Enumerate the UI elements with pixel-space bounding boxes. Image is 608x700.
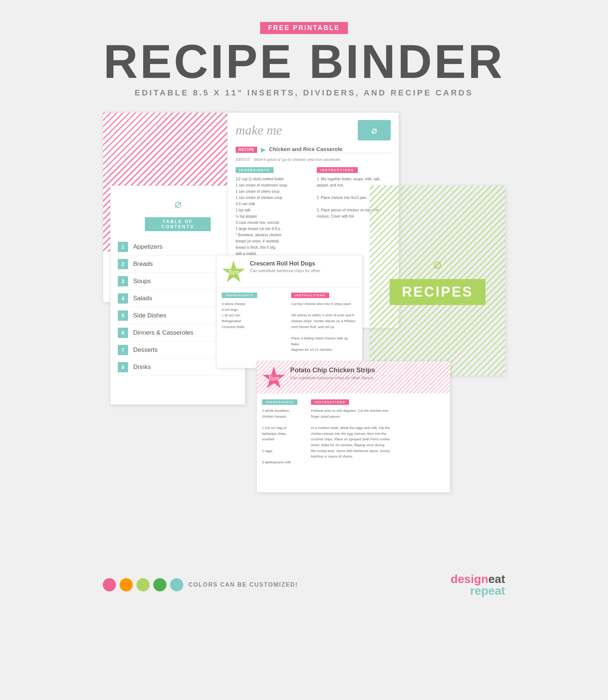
recipe-about-row: ABOUT Mom's good ol' go-to chicken and r…: [236, 156, 391, 162]
instructions-header: INSTRUCTIONS: [317, 167, 358, 173]
recipe-card-potato: Yum Potato Chip Chicken Strips Can subst…: [256, 361, 450, 493]
toc-num-8: 8: [118, 362, 128, 372]
brand-line2: repeat: [451, 585, 505, 596]
toc-num-3: 3: [118, 276, 128, 286]
color-circle-teal: [170, 578, 183, 591]
ingredients-col: INGREDIENTS 1/2 cup (1 stick) melted but…: [236, 166, 309, 257]
crescent-instructions-header: INSTRUCTIONS: [291, 293, 329, 298]
potato-title: Potato Chip Chicken Strips: [290, 366, 375, 374]
toc-num-5: 5: [118, 311, 128, 321]
crescent-ingredients-col: INGREDIENTS 4 slices cheese 8 hot dogs 1…: [222, 291, 288, 353]
potato-title-area: Potato Chip Chicken Strips Can substitut…: [290, 366, 375, 380]
green-stripes: ⌀ RECIPES: [370, 185, 505, 376]
toc-num-7: 7: [118, 345, 128, 355]
cards-container: LET'S MAKE Dinners & Casseroles ⌀ —— ⌀ T…: [103, 112, 505, 551]
whisk-icon-white: ⌀: [371, 125, 377, 136]
crescent-title: Crescent Roll Hot Dogs: [250, 260, 321, 267]
toc-label-4: Salads: [133, 295, 152, 302]
brand-logo: designeat repeat: [451, 573, 505, 596]
potato-header: Yum Potato Chip Chicken Strips Can subst…: [257, 361, 450, 394]
crescent-header: Yum Crescent Roll Hot Dogs Can substitut…: [217, 255, 362, 287]
toc-label-7: Desserts: [133, 346, 158, 354]
recipe-about-text: Mom's good ol' go-to chicken and rice ca…: [254, 157, 341, 162]
crescent-ingredients: 4 slices cheese 8 hot dogs 1 (8 oz) can …: [222, 301, 288, 330]
potato-instructions-col: INSTRUCTIONS Preheat oven to 400 degrees…: [311, 398, 445, 465]
recipe-row: RECIPE ▶ Chicken and Rice Casserole: [236, 146, 391, 154]
crescent-sub: Can substitute barbecue chips for other.: [250, 268, 321, 273]
main-title: RECIPE BINDER: [104, 38, 504, 85]
potato-body: INGREDIENTS 2 whole boneless, chicken br…: [257, 394, 450, 470]
ingredients-header: INGREDIENTS: [236, 167, 274, 173]
crescent-instructions: Cut four cheese slice into 6 strips each…: [291, 301, 357, 353]
brand-design: design: [451, 572, 488, 586]
potato-ingredients-header: INGREDIENTS: [262, 399, 297, 405]
recipe-two-col: INGREDIENTS 1/2 cup (1 stick) melted but…: [236, 166, 391, 257]
potato-instructions-header: INSTRUCTIONS: [311, 399, 349, 405]
toc-label-3: Soups: [133, 278, 151, 285]
footer: COLORS CAN BE CUSTOMIZED! designeat repe…: [103, 573, 505, 596]
brand-line1: designeat: [451, 573, 505, 585]
whisk-icon-green: ⌀: [434, 256, 442, 272]
toc-badge: TABLE OF CONTENTS: [145, 217, 211, 231]
ingredients-text: 1/2 cup (1 stick) melted butter 1 can cr…: [236, 176, 309, 257]
free-printable-badge: FREE PRINTABLE: [260, 22, 348, 34]
footer-left: COLORS CAN BE CUSTOMIZED!: [103, 578, 298, 591]
recipe-card-crescent: Yum Crescent Roll Hot Dogs Can substitut…: [216, 255, 363, 368]
toc-label-5: Side Dishes: [133, 312, 166, 319]
toc-label-2: Breads: [133, 260, 153, 268]
toc-item-1: 1 Appetizers: [118, 238, 238, 256]
toc-num-6: 6: [118, 328, 128, 338]
color-circle-orange: [120, 578, 133, 591]
yum-badge-crescent: Yum: [222, 260, 245, 284]
potato-instructions: Preheat oven to 400 degrees. Cut the chi…: [311, 408, 445, 459]
brand-eat: eat: [488, 572, 505, 586]
toc-num-2: 2: [118, 259, 128, 269]
potato-sub: Can substitute barbecue chips for other …: [290, 376, 375, 380]
yum-badge-potato: Yum: [262, 366, 286, 390]
crescent-ingredients-header: INGREDIENTS: [222, 293, 257, 298]
recipes-badge: RECIPES: [390, 279, 486, 305]
toc-num-1: 1: [118, 242, 128, 252]
teal-box: ⌀: [358, 120, 391, 140]
color-circle-pink: [103, 578, 116, 591]
crescent-title-area: Crescent Roll Hot Dogs Can substitute ba…: [250, 260, 321, 273]
make-me-text: make me: [236, 123, 282, 138]
crescent-body: INGREDIENTS 4 slices cheese 8 hot dogs 1…: [217, 287, 362, 356]
subtitle: EDITABLE 8.5 x 11" INSERTS, DIVIDERS, AN…: [104, 88, 504, 98]
recipe-header-row: make me ⌀: [236, 120, 391, 140]
toc-label-8: Drinks: [133, 364, 151, 371]
crescent-instructions-col: INSTRUCTIONS Cut four cheese slice into …: [291, 291, 357, 353]
color-circle-darkgreen: [153, 578, 166, 591]
about-label: ABOUT: [236, 158, 251, 162]
whisk-icon-teal: ⌀: [118, 197, 238, 211]
color-circle-green: [136, 578, 150, 591]
recipe-badge-sm: RECIPE: [236, 147, 257, 153]
toc-num-4: 4: [118, 293, 128, 304]
toc-label-6: Dinners & Casseroles: [133, 329, 193, 336]
recipe-name: Chicken and Rice Casserole: [269, 146, 391, 153]
potato-ingredients: 2 whole boneless, chicken breasts 1 (10 …: [262, 408, 306, 465]
brand-repeat: repeat: [470, 584, 505, 597]
color-circles: [103, 578, 183, 591]
toc-label-1: Appetizers: [133, 243, 162, 251]
potato-ingredients-col: INGREDIENTS 2 whole boneless, chicken br…: [262, 398, 306, 465]
colors-label: COLORS CAN BE CUSTOMIZED!: [188, 582, 298, 588]
header: FREE PRINTABLE RECIPE BINDER EDITABLE 8.…: [104, 22, 504, 98]
green-cover: ⌀ RECIPES: [370, 185, 505, 376]
